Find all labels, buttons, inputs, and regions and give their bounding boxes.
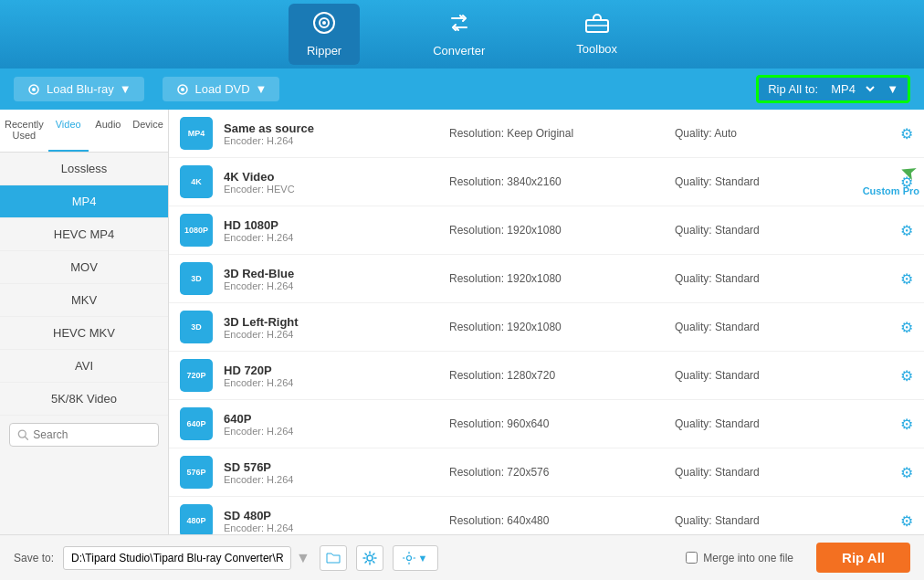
preset-gear-icon[interactable]: ⚙	[900, 125, 913, 142]
preset-encoder: Encoder: H.264	[224, 232, 438, 243]
preset-quality: Quality: Standard	[675, 321, 889, 333]
preset-name: 3D Left-Right	[224, 315, 438, 329]
preset-resolution: Resolution: 1280x720	[449, 369, 664, 382]
preset-gear-icon[interactable]: ⚙	[900, 416, 913, 433]
save-path-input[interactable]	[63, 546, 291, 570]
tab-audio[interactable]: Audio	[89, 110, 129, 152]
subtoolbar: Load Blu-ray ▼ Load DVD ▼ Rip All to: MP…	[0, 69, 924, 110]
preset-row[interactable]: 576P SD 576P Encoder: H.264 Resolution: …	[169, 448, 924, 497]
preset-name: 4K Video	[224, 170, 438, 184]
preset-row[interactable]: 4K 4K Video Encoder: HEVC Resolution: 38…	[169, 158, 924, 206]
format-lossless[interactable]: Lossless	[0, 153, 168, 185]
preset-quality: Quality: Standard	[675, 417, 889, 430]
preset-quality: Quality: Standard	[675, 369, 889, 382]
preset-resolution: Resolution: 960x640	[449, 417, 664, 430]
preset-info: Same as source Encoder: H.264	[224, 121, 438, 146]
format-mp4[interactable]: MP4	[0, 185, 168, 218]
settings-icon-btn[interactable]	[356, 545, 383, 571]
preset-gear-icon[interactable]: ⚙	[900, 367, 913, 385]
preset-name: Same as source	[224, 121, 438, 135]
preset-info: HD 720P Encoder: H.264	[224, 364, 438, 388]
preset-gear-icon[interactable]: ⚙	[900, 174, 913, 191]
preset-gear-icon[interactable]: ⚙	[900, 319, 913, 336]
preset-row[interactable]: 720P HD 720P Encoder: H.264 Resolution: …	[169, 352, 924, 400]
save-to-label: Save to:	[14, 552, 54, 564]
rip-all-button[interactable]: Rip All	[816, 543, 910, 573]
converter-icon	[447, 11, 471, 40]
ripper-label: Ripper	[307, 44, 341, 58]
rip-all-to-label: Rip All to:	[768, 82, 818, 96]
main-toolbar: Ripper Converter Toolbox	[0, 0, 924, 69]
format-mkv[interactable]: MKV	[0, 284, 168, 317]
main-content: Recently Used Video Audio Device Lossles…	[0, 110, 924, 534]
toolbar-ripper[interactable]: Ripper	[289, 4, 360, 65]
preset-row[interactable]: 3D 3D Red-Blue Encoder: H.264 Resolution…	[169, 255, 924, 303]
preset-encoder: Encoder: H.264	[224, 522, 438, 533]
preset-encoder: Encoder: H.264	[224, 329, 438, 340]
toolbar-toolbox[interactable]: Toolbox	[558, 5, 635, 63]
preset-quality: Quality: Standard	[675, 466, 889, 479]
preset-info: 3D Left-Right Encoder: H.264	[224, 315, 438, 340]
search-input[interactable]	[33, 428, 151, 441]
preset-quality: Quality: Standard	[675, 175, 889, 188]
preset-name: HD 720P	[224, 364, 438, 377]
preset-info: 3D Red-Blue Encoder: H.264	[224, 267, 438, 291]
preset-row[interactable]: MP4 Same as source Encoder: H.264 Resolu…	[169, 110, 924, 158]
preset-info: SD 480P Encoder: H.264	[224, 509, 438, 533]
preset-name: 640P	[224, 412, 438, 426]
preset-quality: Quality: Standard	[675, 272, 889, 285]
svg-point-8	[181, 88, 184, 91]
preset-resolution: Resolution: Keep Original	[449, 127, 664, 140]
converter-label: Converter	[433, 44, 485, 58]
preset-badge: 3D	[180, 311, 213, 343]
tab-video[interactable]: Video	[48, 110, 89, 152]
preset-info: 640P Encoder: H.264	[224, 412, 438, 437]
rip-all-to-select[interactable]: MP4 MKV MOV AVI	[827, 81, 877, 97]
preset-encoder: Encoder: H.264	[224, 377, 438, 388]
preset-gear-icon[interactable]: ⚙	[900, 270, 913, 288]
preset-resolution: Resolution: 1920x1080	[449, 224, 664, 237]
ripper-icon	[312, 11, 336, 40]
preset-encoder: Encoder: H.264	[224, 135, 438, 146]
preset-row[interactable]: 480P SD 480P Encoder: H.264 Resolution: …	[169, 497, 924, 534]
preset-resolution: Resolution: 3840x2160	[449, 175, 664, 188]
format-hevc-mkv[interactable]: HEVC MKV	[0, 317, 168, 350]
format-mov[interactable]: MOV	[0, 251, 168, 284]
svg-point-11	[367, 555, 373, 561]
preset-gear-icon[interactable]: ⚙	[900, 512, 913, 530]
gear-icon-btn[interactable]: ▼	[393, 545, 438, 571]
preset-name: HD 1080P	[224, 218, 438, 232]
tab-recently-used[interactable]: Recently Used	[0, 110, 48, 152]
format-hevc-mp4[interactable]: HEVC MP4	[0, 218, 168, 251]
merge-checkbox[interactable]	[686, 552, 698, 564]
preset-row[interactable]: 3D 3D Left-Right Encoder: H.264 Resoluti…	[169, 303, 924, 352]
tab-device[interactable]: Device	[128, 110, 168, 152]
preset-gear-icon[interactable]: ⚙	[900, 222, 913, 239]
format-5k8k[interactable]: 5K/8K Video	[0, 383, 168, 416]
preset-resolution: Resolution: 1920x1080	[449, 272, 664, 285]
preset-row[interactable]: 640P 640P Encoder: H.264 Resolution: 960…	[169, 400, 924, 448]
preset-encoder: Encoder: H.264	[224, 474, 438, 485]
presets-list: MP4 Same as source Encoder: H.264 Resolu…	[169, 110, 924, 534]
format-tabs: Recently Used Video Audio Device	[0, 110, 168, 153]
preset-resolution: Resolution: 1920x1080	[449, 321, 664, 333]
gear-dropdown-arrow: ▼	[417, 553, 427, 564]
preset-name: 3D Red-Blue	[224, 267, 438, 280]
merge-label: Merge into one file	[703, 552, 793, 564]
preset-encoder: Encoder: HEVC	[224, 184, 438, 195]
toolbox-label: Toolbox	[576, 42, 617, 56]
preset-gear-icon[interactable]: ⚙	[900, 464, 913, 481]
toolbar-converter[interactable]: Converter	[415, 4, 503, 65]
preset-row[interactable]: 1080P HD 1080P Encoder: H.264 Resolution…	[169, 206, 924, 255]
preset-quality: Quality: Standard	[675, 514, 889, 527]
preset-resolution: Resolution: 720x576	[449, 466, 664, 479]
load-dvd-button[interactable]: Load DVD ▼	[163, 77, 280, 101]
merge-checkbox-area: Merge into one file	[686, 552, 793, 564]
load-bluray-chevron: ▼	[120, 82, 131, 96]
load-bluray-button[interactable]: Load Blu-ray ▼	[14, 77, 144, 101]
preset-info: HD 1080P Encoder: H.264	[224, 218, 438, 243]
save-path-dropdown[interactable]: ▼	[296, 550, 310, 566]
format-avi[interactable]: AVI	[0, 350, 168, 383]
folder-icon-btn[interactable]	[320, 545, 347, 571]
preset-info: 4K Video Encoder: HEVC	[224, 170, 438, 195]
